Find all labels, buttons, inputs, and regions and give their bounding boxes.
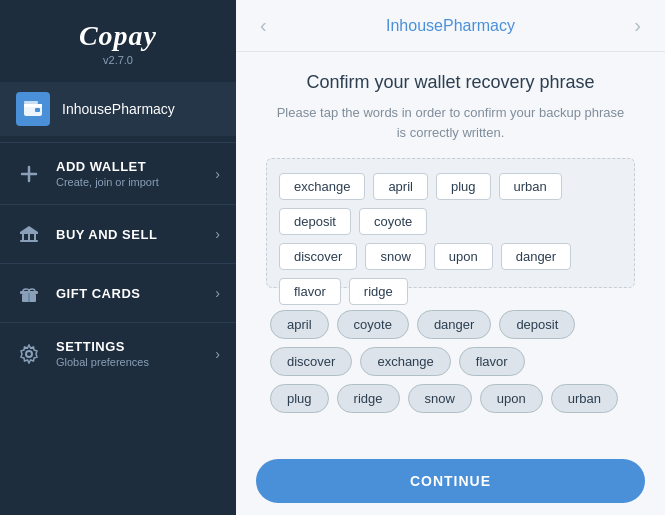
- nav-forward-button[interactable]: ›: [630, 14, 645, 37]
- gift-icon: [16, 280, 42, 306]
- settings-content: SETTINGS Global preferences: [56, 339, 215, 368]
- svg-rect-9: [34, 234, 36, 240]
- selected-word-chip[interactable]: discover: [279, 243, 357, 270]
- svg-rect-7: [22, 234, 24, 240]
- available-word-chip[interactable]: flavor: [459, 347, 525, 376]
- sidebar-divider-4: [0, 322, 236, 323]
- sidebar-item-settings[interactable]: SETTINGS Global preferences ›: [0, 325, 236, 382]
- footer: CONTINUE: [236, 447, 665, 515]
- settings-label: SETTINGS: [56, 339, 215, 354]
- main-body: Confirm your wallet recovery phrase Plea…: [236, 52, 665, 447]
- svg-rect-2: [35, 108, 40, 112]
- sidebar-logo-area: Copay v2.7.0: [0, 0, 236, 82]
- available-word-chip[interactable]: urban: [551, 384, 618, 413]
- add-wallet-label: ADD WALLET: [56, 159, 215, 174]
- gift-cards-chevron: ›: [215, 285, 220, 301]
- continue-button[interactable]: CONTINUE: [256, 459, 645, 503]
- settings-chevron: ›: [215, 346, 220, 362]
- available-word-chip[interactable]: exchange: [360, 347, 450, 376]
- sidebar-divider-3: [0, 263, 236, 264]
- selected-word-chip[interactable]: upon: [434, 243, 493, 270]
- add-wallet-sublabel: Create, join or import: [56, 176, 215, 188]
- wallet-name-label: InhousePharmacy: [62, 101, 175, 117]
- sidebar-divider-2: [0, 204, 236, 205]
- page-title: Confirm your wallet recovery phrase: [306, 72, 594, 93]
- selected-word-chip[interactable]: ridge: [349, 278, 408, 305]
- sidebar-divider-1: [0, 142, 236, 143]
- selected-word-chip[interactable]: flavor: [279, 278, 341, 305]
- app-version: v2.7.0: [103, 54, 133, 66]
- svg-rect-3: [24, 101, 38, 104]
- buy-sell-label: BUY AND SELL: [56, 227, 215, 242]
- svg-rect-6: [20, 232, 38, 234]
- sidebar-item-buy-and-sell[interactable]: BUY AND SELL ›: [0, 207, 236, 261]
- available-word-chip[interactable]: upon: [480, 384, 543, 413]
- active-wallet-item[interactable]: InhousePharmacy: [0, 82, 236, 136]
- sidebar-item-gift-cards[interactable]: GIFT CARDS ›: [0, 266, 236, 320]
- app-logo: Copay: [79, 20, 157, 52]
- main-content: ‹ InhousePharmacy › Confirm your wallet …: [236, 0, 665, 515]
- gift-cards-label: GIFT CARDS: [56, 286, 215, 301]
- svg-rect-10: [20, 240, 38, 242]
- available-word-chip[interactable]: deposit: [499, 310, 575, 339]
- available-word-chip[interactable]: discover: [270, 347, 352, 376]
- available-word-chip[interactable]: danger: [417, 310, 491, 339]
- available-words-area: aprilcoyotedangerdepositdiscoverexchange…: [266, 302, 635, 421]
- nav-back-button[interactable]: ‹: [256, 14, 271, 37]
- selected-words-row-1: exchangeaprilplugurbandepositcoyote: [279, 173, 622, 235]
- sidebar: Copay v2.7.0 InhousePharmacy ADD WALLET …: [0, 0, 236, 515]
- svg-rect-8: [28, 234, 30, 240]
- selected-word-chip[interactable]: urban: [499, 173, 562, 200]
- add-wallet-content: ADD WALLET Create, join or import: [56, 159, 215, 188]
- page-description: Please tap the words in order to confirm…: [271, 103, 631, 142]
- available-words-row-2: plugridgesnowuponurban: [270, 384, 631, 413]
- buy-sell-content: BUY AND SELL: [56, 227, 215, 242]
- main-header: ‹ InhousePharmacy ›: [236, 0, 665, 52]
- selected-words-area: exchangeaprilplugurbandepositcoyote disc…: [266, 158, 635, 288]
- add-wallet-chevron: ›: [215, 166, 220, 182]
- available-word-chip[interactable]: ridge: [337, 384, 400, 413]
- available-words-row-1: aprilcoyotedangerdepositdiscoverexchange…: [270, 310, 631, 376]
- wallet-icon: [16, 92, 50, 126]
- selected-word-chip[interactable]: deposit: [279, 208, 351, 235]
- plus-icon: [16, 161, 42, 187]
- available-word-chip[interactable]: coyote: [337, 310, 409, 339]
- settings-sublabel: Global preferences: [56, 356, 215, 368]
- buy-sell-chevron: ›: [215, 226, 220, 242]
- selected-word-chip[interactable]: april: [373, 173, 428, 200]
- selected-word-chip[interactable]: snow: [365, 243, 425, 270]
- header-wallet-title: InhousePharmacy: [386, 17, 515, 35]
- available-word-chip[interactable]: april: [270, 310, 329, 339]
- selected-word-chip[interactable]: plug: [436, 173, 491, 200]
- selected-word-chip[interactable]: danger: [501, 243, 571, 270]
- available-word-chip[interactable]: plug: [270, 384, 329, 413]
- gear-icon: [16, 341, 42, 367]
- bank-icon: [16, 221, 42, 247]
- sidebar-item-add-wallet[interactable]: ADD WALLET Create, join or import ›: [0, 145, 236, 202]
- svg-marker-11: [20, 226, 38, 232]
- selected-word-chip[interactable]: exchange: [279, 173, 365, 200]
- selected-words-row-2: discoversnowupondangerflavorridge: [279, 243, 622, 305]
- selected-word-chip[interactable]: coyote: [359, 208, 427, 235]
- svg-point-17: [26, 351, 32, 357]
- svg-rect-1: [24, 104, 42, 107]
- gift-cards-content: GIFT CARDS: [56, 286, 215, 301]
- available-word-chip[interactable]: snow: [408, 384, 472, 413]
